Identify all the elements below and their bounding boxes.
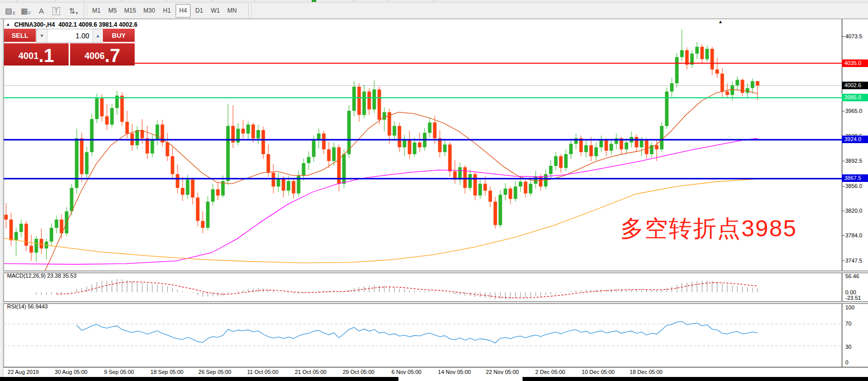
indicator-scale-0: 0: [845, 359, 848, 365]
panel-separator-rsi[interactable]: [4, 301, 868, 304]
date-label: 11 Oct 05:00: [235, 369, 291, 375]
date-label: 22 Nov 05:00: [475, 369, 530, 375]
date-label: 18 Dec 05:00: [618, 369, 674, 375]
timeframe-button-m5[interactable]: M5: [105, 4, 120, 18]
timeframe-button-d1[interactable]: D1: [192, 4, 207, 18]
price-badge-3924.0: 3924.0: [842, 136, 868, 143]
price-tick-3747.5: 3747.5: [845, 258, 862, 264]
date-label: 2 Dec 05:00: [523, 369, 578, 375]
chart-canvas[interactable]: [4, 19, 842, 367]
timeframe-button-m1[interactable]: M1: [89, 4, 104, 18]
date-label: 18 Sep 05:00: [139, 369, 195, 375]
price-tick-3820.0: 3820.0: [845, 208, 862, 214]
ask-price-panel[interactable]: 4006 .7: [70, 43, 135, 66]
timeframe-button-w1[interactable]: W1: [208, 4, 223, 18]
price-tick-3784.0: 3784.0: [845, 232, 862, 238]
indicator-scale-70: 70: [845, 321, 851, 327]
bid-price-panel[interactable]: 4001 .1: [4, 43, 69, 66]
timeframe-button-h4[interactable]: H4: [176, 4, 191, 18]
date-label: 6 Nov 05:00: [379, 369, 434, 375]
indicator-scale-100: 100: [845, 304, 854, 310]
indicator-scale-56.46: 56.46: [845, 273, 859, 279]
timeframe-button-m30[interactable]: M30: [140, 4, 158, 18]
volume-increase-button[interactable]: ▲: [92, 29, 103, 42]
chevron-down-icon: ▾: [76, 11, 78, 16]
indicators-glyph: ▨: [5, 7, 12, 16]
toolbar-separator: [84, 4, 87, 17]
clipped-taskbar: [0, 377, 868, 381]
grid-glyph: ▦: [21, 7, 28, 16]
date-label: 9 Sep 05:00: [91, 369, 147, 375]
price-scale-border: [842, 19, 842, 377]
sell-button[interactable]: SELL: [4, 29, 36, 43]
bid-price-main: 4001: [19, 48, 39, 66]
volume-decrease-button[interactable]: ▼: [37, 29, 47, 42]
timeframe-button-m15[interactable]: M15: [121, 4, 139, 18]
indicators-icon[interactable]: ▨E: [3, 4, 18, 18]
chart-shift-marker-icon[interactable]: ▲: [718, 19, 723, 24]
chart-toolbar: ▨E ▦F A T ⇅▾ M1M5M15M30H1H4D1W1MN: [0, 3, 868, 19]
one-click-trading-widget: SELL ▼ ▲ BUY 4001 .1 4006 .7: [4, 29, 135, 66]
timeframe-button-mn[interactable]: MN: [224, 4, 240, 18]
date-label: 21 Oct 05:00: [283, 369, 338, 375]
date-label: 26 Sep 05:00: [187, 369, 243, 375]
price-badge-4002.6: 4002.6: [842, 82, 868, 89]
text-label-icon[interactable]: A: [35, 4, 48, 18]
date-label: 14 Nov 05:00: [427, 369, 482, 375]
volume-spinbox: ▼ ▲: [36, 29, 103, 43]
bid-price-pip: .1: [39, 46, 54, 66]
symbol-ohlc-values: 4002.1 4009.6 3981.4 4002.6: [59, 21, 138, 28]
price-tick-3856.0: 3856.0: [845, 183, 862, 189]
collapse-arrow-icon[interactable]: ▲: [6, 22, 10, 27]
indicator-scale-30: 30: [845, 344, 851, 350]
chart-annotation-text: 多空转折点3985: [620, 213, 797, 244]
price-tick-4073.5: 4073.5: [845, 33, 862, 39]
price-tick-3892.5: 3892.5: [845, 158, 862, 164]
ask-price-main: 4006: [85, 48, 105, 66]
toolbar-separator: [248, 4, 252, 17]
cycle-symbols-icon[interactable]: ⇅▾: [65, 4, 82, 18]
rsi-label: RSI(14) 56.9443: [7, 303, 48, 309]
volume-input[interactable]: [47, 29, 92, 42]
price-tick-3965.0: 3965.0: [845, 108, 862, 114]
timeframe-button-h1[interactable]: H1: [159, 4, 175, 18]
ask-price-pip: .7: [105, 46, 121, 66]
buy-button[interactable]: BUY: [103, 29, 135, 43]
symbol-header: ▲ CHINA300-,H4 4002.1 4009.6 3981.4 4002…: [6, 21, 137, 28]
macd-label: MACD(12,26,9) 23.38 35.53: [7, 273, 77, 279]
grid-icon[interactable]: ▦F: [19, 4, 33, 18]
symbol-name: CHINA300-,H4: [14, 21, 55, 28]
indicator-scale--23.51: -23.51: [845, 295, 861, 301]
date-label: 10 Dec 05:00: [570, 369, 626, 375]
date-label: 29 Oct 05:00: [331, 369, 386, 375]
date-label: 30 Aug 05:00: [43, 369, 99, 375]
price-badge-3867.5: 3867.5: [842, 174, 868, 182]
price-badge-3985.0: 3985.0: [842, 94, 868, 101]
price-badge-4035.0: 4035.0: [842, 59, 868, 67]
status-green-indicator: [312, 0, 316, 2]
text-box-icon[interactable]: T: [49, 4, 64, 18]
panel-separator-macd[interactable]: [4, 271, 868, 273]
